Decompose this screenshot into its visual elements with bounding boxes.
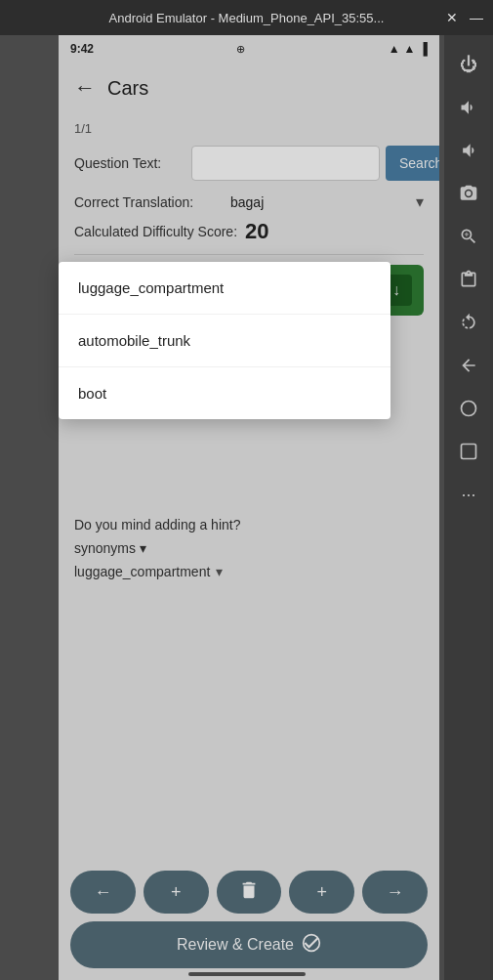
svg-rect-1 — [462, 445, 476, 459]
review-create-label: Review & Create — [177, 936, 294, 954]
hint-type-select[interactable]: synonyms ▾ — [74, 540, 146, 556]
add-before-button[interactable]: + — [144, 871, 209, 914]
title-bar-controls: ✕ — — [446, 11, 483, 24]
more-options-icon[interactable]: ··· — [451, 477, 486, 512]
title-bar: Android Emulator - Medium_Phone_API_35:5… — [0, 0, 493, 35]
review-btn-container: Review & Create — [59, 921, 439, 968]
search-button[interactable]: Search — [386, 146, 439, 181]
divider — [74, 254, 424, 255]
prev-button[interactable]: ← — [70, 871, 136, 914]
clipboard-icon[interactable] — [451, 262, 486, 297]
battery-icon: ▐ — [419, 42, 428, 56]
next-button[interactable]: → — [362, 871, 428, 914]
question-label: Question Text: — [74, 155, 191, 171]
difficulty-row: Calculated Difficulty Score: 20 — [74, 219, 424, 244]
translation-dropdown-arrow[interactable]: ▾ — [416, 192, 424, 211]
back-button[interactable]: ← — [74, 75, 96, 101]
minimize-button[interactable]: — — [470, 11, 483, 24]
add-before-icon: + — [171, 882, 182, 903]
dropdown-item-boot[interactable]: boot — [59, 367, 390, 419]
hint-type-label: synonyms — [74, 540, 136, 556]
dropdown-item-trunk[interactable]: automobile_trunk — [59, 315, 390, 367]
bottom-nav: ← + + → — [59, 863, 439, 921]
question-input[interactable] — [191, 146, 380, 181]
title-bar-text: Android Emulator - Medium_Phone_API_35:5… — [109, 11, 385, 25]
camera-icon[interactable] — [451, 176, 486, 211]
wifi-icon: ▲ — [389, 42, 400, 56]
hint-section: Do you mind adding a hint? synonyms ▾ lu… — [59, 509, 439, 587]
rotate-icon[interactable] — [451, 305, 486, 340]
add-after-button[interactable]: + — [289, 871, 354, 914]
app-title: Cars — [107, 77, 148, 100]
prev-icon: ← — [94, 882, 111, 903]
signal-icon: ▲ — [404, 42, 416, 56]
home-nav-icon[interactable] — [451, 391, 486, 426]
dropdown-popup: luggage_compartment automobile_trunk boo… — [59, 262, 390, 419]
hint-value-row: luggage_compartment ▾ — [74, 564, 424, 579]
translation-row: Correct Translation: bagaj ▾ — [74, 192, 424, 211]
home-indicator — [188, 972, 306, 976]
volume-up-icon[interactable] — [451, 90, 486, 125]
dropdown-item-luggage[interactable]: luggage_compartment — [59, 262, 390, 315]
hint-question: Do you mind adding a hint? — [74, 517, 424, 533]
hint-value-label: luggage_compartment — [74, 564, 210, 579]
phone-screen: 9:42 ⊕ ▲ ▲ ▐ ← Cars 1/1 Question Text: S… — [59, 35, 439, 980]
volume-down-icon[interactable] — [451, 133, 486, 168]
delete-icon — [238, 879, 260, 906]
svg-point-0 — [462, 402, 476, 416]
translation-value: bagaj — [230, 194, 416, 210]
next-icon: → — [387, 882, 404, 903]
difficulty-label: Calculated Difficulty Score: — [74, 224, 237, 239]
translation-label: Correct Translation: — [74, 194, 230, 210]
difficulty-score: 20 — [245, 219, 268, 244]
zoom-in-icon[interactable] — [451, 219, 486, 254]
close-button[interactable]: ✕ — [446, 11, 458, 24]
status-bar: 9:42 ⊕ ▲ ▲ ▐ — [59, 35, 439, 63]
status-icons: ▲ ▲ ▐ — [389, 42, 428, 56]
review-create-button[interactable]: Review & Create — [70, 921, 428, 968]
hint-value-arrow[interactable]: ▾ — [216, 564, 223, 579]
hint-type-arrow: ▾ — [140, 540, 146, 556]
right-sidebar: ⏻ ··· — [444, 35, 493, 980]
status-time: 9:42 — [70, 42, 94, 56]
back-nav-icon[interactable] — [451, 348, 486, 383]
power-icon[interactable]: ⏻ — [451, 47, 486, 82]
add-after-icon: + — [317, 882, 328, 903]
review-check-icon — [302, 933, 321, 957]
location-icon: ⊕ — [236, 43, 245, 56]
delete-button[interactable] — [217, 871, 282, 914]
app-bar: ← Cars — [59, 63, 439, 113]
page-indicator: 1/1 — [74, 121, 424, 136]
hint-type-row: synonyms ▾ — [74, 540, 424, 556]
question-row: Question Text: Search — [74, 146, 424, 181]
recents-nav-icon[interactable] — [451, 434, 486, 469]
